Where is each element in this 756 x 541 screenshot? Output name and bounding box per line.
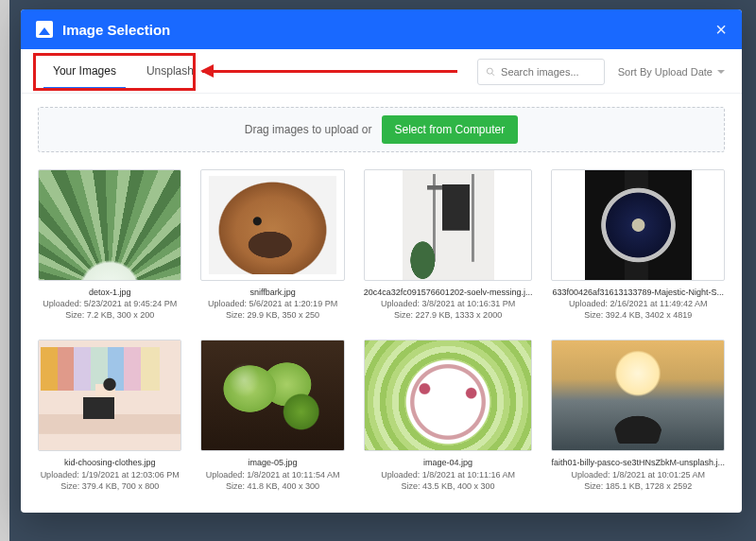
image-thumbnail[interactable] [200,169,344,281]
content-area: Drag images to upload or Select from Com… [21,94,742,513]
search-icon [486,66,495,78]
modal-header: Image Selection × [21,9,742,49]
image-size: Size: 392.4 KB, 3402 x 4819 [551,309,725,321]
image-uploaded: Uploaded: 1/19/2021 at 12:03:06 PM [38,469,181,480]
tab-your-images[interactable]: Your Images [38,55,131,89]
image-size: Size: 379.4 KB, 700 x 800 [38,480,181,492]
image-thumbnail[interactable] [364,169,533,281]
image-filename: 633f00426af31613133789-Majestic-Night-S.… [551,287,725,298]
image-filename: image-05.jpg [200,457,344,468]
image-filename: kid-choosing-clothes.jpg [38,457,181,468]
image-filename: 20c4ca32fc091576601202-soelv-messing.j..… [364,287,533,298]
image-thumbnail[interactable] [38,340,181,451]
image-filename: faith01-billy-pasco-se3tHNsZbkM-unsplash… [551,457,725,468]
image-uploaded: Uploaded: 5/23/2021 at 9:45:24 PM [38,298,181,309]
toolbar: Your Images Unsplash Sort By Upload Date [21,49,742,94]
upload-dropzone[interactable]: Drag images to upload or Select from Com… [38,107,725,152]
image-filename: image-04.jpg [364,457,533,468]
close-icon[interactable]: × [715,20,727,39]
search-input-wrapper[interactable] [477,59,605,85]
image-size: Size: 29.9 KB, 350 x 250 [200,309,344,321]
chevron-down-icon [717,70,725,74]
image-thumbnail[interactable] [364,340,533,451]
image-thumbnail[interactable] [551,169,725,281]
image-size: Size: 185.1 KB, 1728 x 2592 [551,480,725,492]
annotation-arrow-icon [202,70,457,73]
image-card: 633f00426af31613133789-Majestic-Night-S.… [551,169,725,321]
dropzone-text: Drag images to upload or [245,123,372,136]
image-filename: detox-1.jpg [38,287,181,298]
image-card: sniffbark.jpg Uploaded: 5/6/2021 at 1:20… [200,169,344,321]
tab-unsplash[interactable]: Unsplash [131,55,209,89]
image-icon [36,21,53,38]
select-from-computer-button[interactable]: Select from Computer [382,115,519,144]
sort-dropdown[interactable]: Sort By Upload Date [618,66,725,78]
image-card: 20c4ca32fc091576601202-soelv-messing.j..… [364,169,533,321]
image-uploaded: Uploaded: 1/8/2021 at 10:01:25 AM [551,469,725,480]
sort-label: Sort By Upload Date [618,66,713,78]
image-uploaded: Uploaded: 5/6/2021 at 1:20:19 PM [200,298,344,309]
search-input[interactable] [501,66,596,78]
image-uploaded: Uploaded: 1/8/2021 at 10:11:16 AM [364,469,533,480]
image-card: image-04.jpg Uploaded: 1/8/2021 at 10:11… [364,340,533,491]
image-grid: detox-1.jpg Uploaded: 5/23/2021 at 9:45:… [38,169,725,492]
image-card: image-05.jpg Uploaded: 1/8/2021 at 10:11… [200,340,344,491]
image-card: kid-choosing-clothes.jpg Uploaded: 1/19/… [38,340,181,491]
image-size: Size: 43.5 KB, 400 x 300 [364,480,533,492]
svg-line-1 [491,73,494,76]
image-uploaded: Uploaded: 2/16/2021 at 11:49:42 AM [551,298,725,309]
image-card: detox-1.jpg Uploaded: 5/23/2021 at 9:45:… [38,169,181,321]
modal-title: Image Selection [62,22,715,38]
source-tabs: Your Images Unsplash [38,55,209,89]
image-thumbnail[interactable] [200,340,344,451]
image-card: faith01-billy-pasco-se3tHNsZbkM-unsplash… [551,340,725,491]
image-size: Size: 227.9 KB, 1333 x 2000 [364,309,533,321]
image-thumbnail[interactable] [38,169,181,281]
image-uploaded: Uploaded: 3/8/2021 at 10:16:31 PM [364,298,533,309]
svg-point-0 [487,68,492,74]
image-filename: sniffbark.jpg [200,287,344,298]
image-thumbnail[interactable] [551,340,725,451]
image-size: Size: 41.8 KB, 400 x 300 [200,480,344,492]
image-uploaded: Uploaded: 1/8/2021 at 10:11:54 AM [200,469,344,480]
image-selection-modal: Image Selection × Your Images Unsplash S… [21,9,742,513]
image-size: Size: 7.2 KB, 300 x 200 [38,309,181,321]
